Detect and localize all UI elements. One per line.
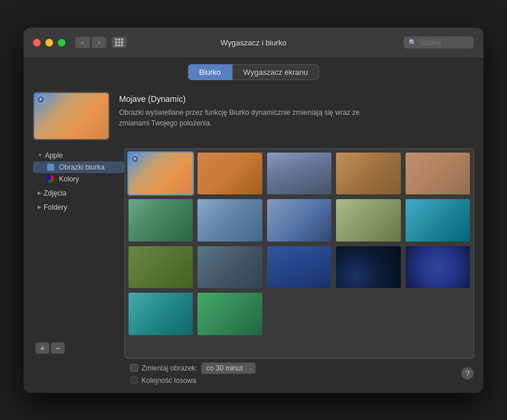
sidebar-group-zdjecia: ▶ Zdjęcia [33,186,124,200]
wallpaper-grid: ✦ [127,151,471,336]
wallpaper-item-5[interactable] [404,151,471,196]
wallpaper-item-15[interactable] [404,245,471,290]
change-image-checkbox[interactable] [130,364,138,372]
compass-small-icon: ✦ [131,155,139,163]
search-box[interactable]: 🔍 [403,36,474,49]
sidebar-group-header-zdjecia[interactable]: ▶ Zdjęcia [33,187,124,199]
bottom-bar: Zmieniaj obrazek: co 5 minut co 15 minut… [33,359,474,387]
expand-triangle-foldery-icon: ▶ [38,204,41,210]
wallpaper-item-16[interactable] [127,292,194,336]
help-button[interactable]: ? [461,367,474,380]
forward-button[interactable]: › [91,37,107,48]
search-input[interactable] [420,38,467,47]
wallpaper-item-1[interactable]: ✦ [127,151,194,196]
minimize-button[interactable] [45,39,53,47]
grid-view-button[interactable] [111,37,127,48]
wallpaper-item-9[interactable] [335,198,401,243]
remove-button[interactable]: − [51,342,65,354]
wallpaper-item-3[interactable] [266,151,332,196]
sidebar-item-label-kolory: Kolory [59,175,79,183]
sidebar-item-label-obrazki: Obrazki biurka [59,163,104,171]
interval-select-wrapper: co 5 minut co 15 minut co 30 minut co go… [201,362,256,374]
wallpaper-item-17[interactable] [196,292,263,336]
expand-triangle-zdjecia-icon: ▶ [38,190,41,196]
wallpaper-image-5 [406,153,470,195]
add-button[interactable]: + [35,342,50,354]
preview-image: ✦ [34,93,108,139]
sidebar-group-label-apple: Apple [45,151,63,160]
sidebar-group-apple: ▼ Apple Obrazki biurka Kolory [33,148,124,186]
sidebar-item-kolory[interactable]: Kolory [33,173,124,185]
wallpaper-image-15 [406,246,470,289]
random-order-label: Kolejność losowa [141,376,196,385]
tabs-bar: Biurko Wygaszacz ekranu [24,58,483,86]
sidebar-group-label-zdjecia: Zdjęcia [44,189,67,197]
folder-icon [47,164,54,171]
wallpaper-image-11 [129,246,193,289]
wallpaper-image-7 [197,199,262,242]
wallpaper-image-10 [406,199,470,242]
sidebar-bottom: + − [33,338,124,359]
wallpaper-image-8 [267,199,331,242]
sidebar-group-foldery: ▶ Foldery [33,200,124,214]
wallpaper-image-13 [267,246,331,289]
sidebar: ▼ Apple Obrazki biurka Kolory ▶ [33,148,124,359]
back-button[interactable]: ‹ [75,37,90,48]
maximize-button[interactable] [58,39,65,47]
wallpaper-item-2[interactable] [196,151,263,196]
wallpaper-image-14 [336,246,400,289]
tab-biurko[interactable]: Biurko [188,64,232,80]
change-image-section: Zmieniaj obrazek: co 5 minut co 15 minut… [124,362,256,385]
sidebar-group-header-foldery[interactable]: ▶ Foldery [33,201,124,213]
sidebar-group-label-foldery: Foldery [44,203,67,211]
wallpaper-item-4[interactable] [335,151,401,196]
wallpaper-title: Mojave (Dynamic) [119,94,378,104]
compass-icon: ✦ [37,95,45,104]
expand-triangle-icon: ▼ [38,153,42,158]
random-order-row: Kolejność losowa [130,376,256,385]
random-order-checkbox[interactable] [130,376,138,384]
search-icon: 🔍 [409,39,417,47]
main-content: ✦ Mojave (Dynamic) Obrazki wyświetlane p… [24,86,483,393]
close-button[interactable] [33,39,41,47]
wallpaper-item-8[interactable] [266,198,332,243]
wallpaper-grid-container: ✦ [124,148,474,359]
change-image-row: Zmieniaj obrazek: co 5 minut co 15 minut… [130,362,256,374]
wallpaper-item-13[interactable] [266,245,332,290]
wallpaper-item-11[interactable] [127,245,194,290]
wallpaper-image-3 [267,153,331,195]
wallpaper-description: Obrazki wyświetlane przez funkcję Biurko… [119,107,378,128]
traffic-lights [33,39,65,47]
tab-wygaszacz[interactable]: Wygaszacz ekranu [232,64,320,80]
nav-buttons: ‹ › [75,37,107,48]
wallpaper-image-17 [197,293,262,335]
wallpaper-image-4 [336,153,400,195]
preview-thumbnail: ✦ [33,92,110,140]
preview-info: Mojave (Dynamic) Obrazki wyświetlane prz… [119,92,378,140]
wallpaper-image-2 [197,153,262,195]
wallpaper-image-12 [197,246,262,289]
sidebar-group-header-apple[interactable]: ▼ Apple [33,150,124,161]
wallpaper-item-6[interactable] [127,198,194,243]
color-icon [47,176,54,183]
grid-icon [115,38,123,47]
wallpaper-item-14[interactable] [335,245,401,290]
wallpaper-image-1: ✦ [129,153,193,195]
wallpaper-item-12[interactable] [196,245,263,290]
wallpaper-image-6 [129,199,193,242]
window-title: Wygaszacz i biurko [220,38,287,47]
change-image-label: Zmieniaj obrazek: [141,364,197,372]
wallpaper-image-16 [129,293,193,335]
wallpaper-item-7[interactable] [196,198,263,243]
preview-section: ✦ Mojave (Dynamic) Obrazki wyświetlane p… [33,86,474,148]
wallpaper-item-10[interactable] [404,198,471,243]
lower-section: ▼ Apple Obrazki biurka Kolory ▶ [33,148,474,359]
wallpaper-image-9 [336,199,400,242]
main-window: ‹ › Wygaszacz i biurko 🔍 Biurko Wygaszac… [24,28,483,393]
interval-select[interactable]: co 5 minut co 15 minut co 30 minut co go… [201,362,256,374]
sidebar-item-obrazki[interactable]: Obrazki biurka [33,161,124,173]
titlebar: ‹ › Wygaszacz i biurko 🔍 [24,28,483,58]
